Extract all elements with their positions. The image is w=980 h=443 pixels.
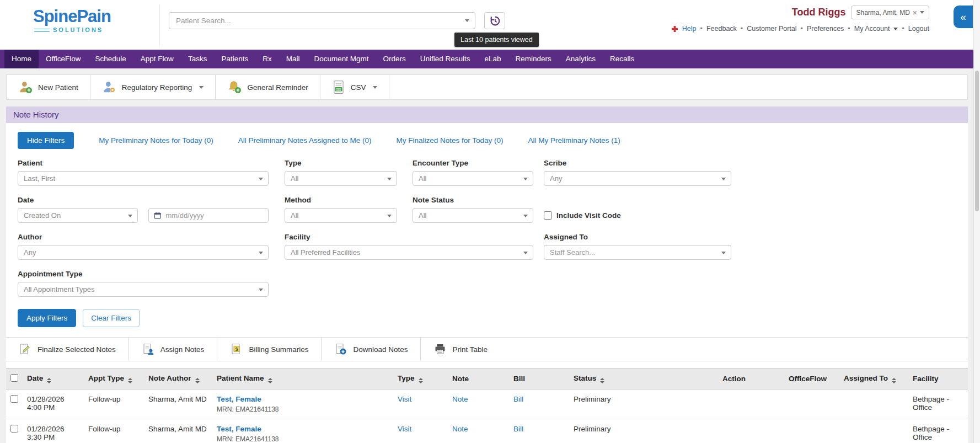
link-all-preliminary-assigned[interactable]: All Preliminary Notes Assigned to Me (0) [238, 136, 372, 145]
visit-link[interactable]: Visit [398, 395, 411, 403]
general-reminder-button[interactable]: General Reminder [216, 75, 320, 99]
clear-filters-button[interactable]: Clear Filters [83, 309, 140, 327]
scribe-select[interactable]: Any [544, 171, 731, 186]
patient-filter-select[interactable]: Last, First [18, 171, 269, 186]
nav-tab-document-mgmt[interactable]: Document Mgmt [307, 50, 376, 68]
finalize-notes-icon [19, 343, 32, 356]
sort-icon[interactable] [128, 378, 132, 383]
visit-link[interactable]: Visit [398, 425, 411, 433]
nav-tab-recalls[interactable]: Recalls [603, 50, 641, 68]
link-my-finalized-notes-today[interactable]: My Finalized Notes for Today (0) [396, 136, 503, 145]
column-header-assigned-to[interactable]: Assigned To [839, 369, 908, 389]
nav-tab-home[interactable]: Home [4, 50, 39, 68]
regulatory-reporting-button[interactable]: Regulatory Reporting [90, 75, 216, 99]
cell-patient: Test, Female MRN: EMA21641138 [212, 389, 393, 419]
nav-tab-rx[interactable]: Rx [255, 50, 279, 68]
filter-assigned-to: Assigned To [544, 233, 731, 260]
sort-icon[interactable] [195, 378, 200, 383]
link-help[interactable]: Help [682, 25, 697, 33]
new-patient-icon [18, 80, 33, 94]
link-my-account[interactable]: My Account [854, 25, 890, 33]
nav-tab-appt-flow[interactable]: Appt Flow [133, 50, 181, 68]
hide-filters-button[interactable]: Hide Filters [18, 132, 74, 149]
billing-summaries-button[interactable]: $ Billing Summaries [217, 338, 322, 361]
patient-mrn: MRN: EMA21641138 [217, 435, 389, 443]
date-input[interactable] [165, 211, 263, 220]
collapse-panel-button[interactable]: « [954, 6, 973, 28]
patient-name-link[interactable]: Test, Female [217, 425, 261, 433]
nav-tab-orders[interactable]: Orders [376, 50, 413, 68]
cell-status: Preliminary [569, 419, 718, 443]
column-header-type[interactable]: Type [393, 369, 448, 389]
scrollbar-thumb[interactable] [975, 71, 979, 211]
include-visit-code-checkbox[interactable] [544, 211, 552, 220]
column-header-patient-name[interactable]: Patient Name [212, 369, 393, 389]
date-mode-select[interactable]: Created On [18, 208, 138, 223]
chevron-down-icon [259, 178, 263, 180]
column-header-date[interactable]: Date [23, 369, 84, 389]
row-checkbox[interactable] [10, 425, 18, 433]
nav-tab-analytics[interactable]: Analytics [559, 50, 603, 68]
method-select[interactable]: All [285, 208, 397, 223]
download-notes-button[interactable]: Download Notes [322, 338, 421, 361]
sort-icon[interactable] [47, 378, 51, 383]
author-select[interactable]: Any [18, 245, 269, 260]
nav-tab-elab[interactable]: eLab [478, 50, 508, 68]
note-link[interactable]: Note [452, 395, 468, 403]
filter-appointment-type: Appointment Type All Appointment Types [18, 270, 269, 297]
filter-tabs: Hide Filters My Preliminary Notes for To… [18, 132, 968, 149]
link-my-preliminary-notes-today[interactable]: My Preliminary Notes for Today (0) [99, 136, 213, 145]
bill-link[interactable]: Bill [513, 395, 523, 403]
apply-filters-button[interactable]: Apply Filters [18, 309, 76, 327]
link-feedback[interactable]: Feedback [706, 25, 737, 33]
date-picker[interactable] [148, 208, 269, 223]
nav-tab-patients[interactable]: Patients [214, 50, 255, 68]
staff-search-input[interactable] [550, 248, 717, 257]
recent-patients-history-button[interactable] [484, 12, 505, 29]
cell-action [718, 389, 784, 419]
csv-export-button[interactable]: CSV [320, 75, 390, 99]
vertical-scrollbar[interactable] [973, 0, 980, 443]
link-customer-portal[interactable]: Customer Portal [747, 25, 796, 33]
print-table-button[interactable]: Print Table [421, 338, 500, 361]
sort-icon[interactable] [419, 378, 423, 383]
nav-tab-tasks[interactable]: Tasks [181, 50, 215, 68]
column-header-status[interactable]: Status [569, 369, 718, 389]
provider-selector[interactable]: Sharma, Amit, MD × [851, 6, 929, 19]
assigned-to-combobox[interactable] [544, 245, 731, 260]
sort-icon[interactable] [268, 378, 272, 383]
sort-icon[interactable] [892, 378, 896, 383]
user-area: Todd Riggs Sharma, Amit, MD × Help Feedb… [671, 6, 929, 33]
chevron-down-icon [259, 289, 263, 291]
column-header-note-author[interactable]: Note Author [144, 369, 212, 389]
nav-tab-mail[interactable]: Mail [279, 50, 307, 68]
select-all-checkbox[interactable] [10, 374, 18, 382]
type-select[interactable]: All [285, 171, 397, 186]
nav-tab-schedule[interactable]: Schedule [88, 50, 133, 68]
nav-tab-reminders[interactable]: Reminders [508, 50, 559, 68]
new-patient-button[interactable]: New Patient [7, 75, 90, 99]
chevron-down-icon[interactable] [893, 28, 898, 30]
sort-icon[interactable] [600, 378, 604, 383]
encounter-type-select[interactable]: All [413, 171, 533, 186]
clear-provider-icon[interactable]: × [913, 9, 917, 17]
cell-facility: Bethpage - Office [908, 419, 968, 443]
link-all-my-preliminary-notes[interactable]: All My Preliminary Notes (1) [528, 136, 620, 145]
patient-search-input[interactable] [169, 12, 475, 29]
link-logout[interactable]: Logout [908, 25, 929, 33]
nav-tab-officeflow[interactable]: OfficeFlow [39, 50, 88, 68]
finalize-selected-notes-button[interactable]: Finalize Selected Notes [6, 338, 129, 361]
note-link[interactable]: Note [452, 425, 468, 433]
nav-tab-unified-results[interactable]: Unified Results [413, 50, 478, 68]
column-header-appt-type[interactable]: Appt Type [84, 369, 144, 389]
assign-notes-button[interactable]: Assign Notes [129, 338, 218, 361]
filter-method: Method All [285, 196, 397, 223]
appointment-type-select[interactable]: All Appointment Types [18, 282, 269, 297]
patient-name-link[interactable]: Test, Female [217, 395, 261, 403]
facility-select[interactable]: All Preferred Facilities [285, 245, 533, 260]
row-checkbox[interactable] [10, 395, 18, 403]
note-status-select[interactable]: All [413, 208, 533, 223]
bill-link[interactable]: Bill [513, 425, 523, 433]
link-preferences[interactable]: Preferences [807, 25, 844, 33]
chevron-down-icon[interactable] [465, 19, 469, 22]
